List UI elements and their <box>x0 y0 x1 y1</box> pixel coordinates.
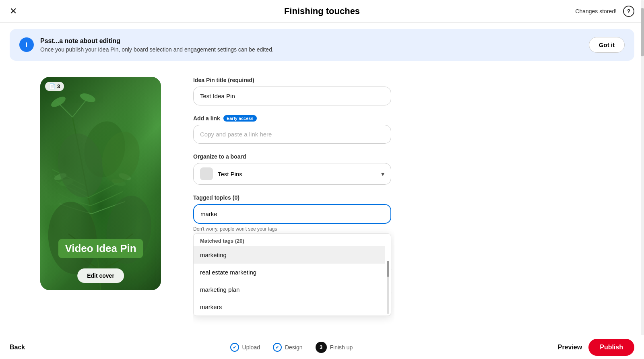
pin-preview: 📄 3 Video Idea Pin Edit cover <box>40 77 161 334</box>
main-content: 📄 3 Video Idea Pin Edit cover Idea Pin t… <box>0 67 644 343</box>
tags-dropdown: Matched tags (20) marketing real estate … <box>193 233 391 316</box>
banner-title: Psst...a note about editing <box>40 37 274 45</box>
svg-point-5 <box>79 92 97 104</box>
header: ✕ Finishing touches Changes stored! ? <box>0 0 644 23</box>
board-form-group: Organize to a board Test Pins ▾ <box>193 153 391 185</box>
header-right: Changes stored! ? <box>575 6 634 17</box>
fern-illustration <box>40 77 161 290</box>
tags-hint: Don't worry, people won't see your tags <box>193 226 391 232</box>
topics-form-group: Tagged topics (0) Don't worry, people wo… <box>193 194 391 232</box>
step-design-label: Design <box>285 344 303 351</box>
pin-title-overlay: Video Idea Pin <box>40 239 161 258</box>
step-finish: 3 Finish up <box>316 342 353 353</box>
matched-tags-label: Matched tags (20) <box>200 238 244 244</box>
board-value: Test Pins <box>218 171 242 177</box>
preview-button[interactable]: Preview <box>558 344 582 351</box>
form-panel: Idea Pin title (required) Add a link Ear… <box>193 77 394 334</box>
step-upload-label: Upload <box>242 344 260 351</box>
step-design: ✓ Design <box>273 343 303 352</box>
bottom-right: Preview Publish <box>558 339 634 356</box>
dropdown-item-markers[interactable]: markers <box>194 298 385 316</box>
dropdown-item-marketing[interactable]: marketing <box>194 246 385 264</box>
svg-point-4 <box>50 95 67 109</box>
page-title: Finishing touches <box>284 6 360 17</box>
dropdown-scroll-thumb <box>387 261 389 277</box>
help-button[interactable]: ? <box>623 6 634 17</box>
pin-card: 📄 3 Video Idea Pin Edit cover <box>40 77 161 290</box>
step-finish-label: Finish up <box>330 344 353 351</box>
link-input[interactable] <box>193 125 391 144</box>
step-upload: ✓ Upload <box>230 343 260 352</box>
back-button[interactable]: Back <box>10 344 25 351</box>
step-finish-number: 3 <box>316 342 327 353</box>
step-design-check: ✓ <box>273 343 282 352</box>
topics-input[interactable] <box>193 204 391 224</box>
steps-row: ✓ Upload ✓ Design 3 Finish up <box>230 342 353 353</box>
title-label: Idea Pin title (required) <box>193 77 391 83</box>
step-upload-check: ✓ <box>230 343 239 352</box>
form-scrollbar-track[interactable] <box>641 67 644 343</box>
board-select[interactable]: Test Pins ▾ <box>193 163 391 185</box>
link-form-group: Add a link Early access <box>193 115 391 144</box>
close-button[interactable]: ✕ <box>10 7 17 16</box>
title-form-group: Idea Pin title (required) <box>193 77 391 105</box>
early-access-badge: Early access <box>223 115 257 122</box>
pin-count: 3 <box>57 83 60 89</box>
publish-button[interactable]: Publish <box>588 339 634 356</box>
page-icon: 📄 <box>49 83 56 89</box>
board-label: Organize to a board <box>193 153 391 160</box>
changes-stored-text: Changes stored! <box>575 8 617 14</box>
header-left: ✕ <box>10 7 17 16</box>
title-input[interactable] <box>193 87 391 105</box>
dropdown-header: Matched tags (20) <box>194 234 391 246</box>
info-text: Psst...a note about editing Once you pub… <box>40 37 274 53</box>
info-banner-left: i Psst...a note about editing Once you p… <box>19 37 274 53</box>
topics-dropdown-container: Don't worry, people won't see your tags … <box>193 204 391 232</box>
topics-label: Tagged topics (0) <box>193 194 391 201</box>
bottom-bar: Back ✓ Upload ✓ Design 3 Finish up Previ… <box>0 335 644 359</box>
dropdown-scrollbar[interactable] <box>387 261 389 314</box>
chevron-down-icon: ▾ <box>381 170 384 178</box>
edit-cover-button[interactable]: Edit cover <box>77 268 124 283</box>
dropdown-item-real-estate-marketing[interactable]: real estate marketing <box>194 264 385 281</box>
dropdown-item-marketing-plan[interactable]: marketing plan <box>194 281 385 298</box>
board-select-left: Test Pins <box>200 167 242 180</box>
pin-title-text: Video Idea Pin <box>58 239 142 258</box>
info-banner: i Psst...a note about editing Once you p… <box>10 29 634 61</box>
banner-description: Once you publish your Idea Pin, only boa… <box>40 46 274 53</box>
got-it-button[interactable]: Got it <box>589 37 625 53</box>
info-icon: i <box>19 37 34 52</box>
link-label: Add a link Early access <box>193 115 391 122</box>
pin-card-background <box>40 77 161 290</box>
board-avatar <box>200 167 213 180</box>
pin-count-badge: 📄 3 <box>45 82 64 91</box>
